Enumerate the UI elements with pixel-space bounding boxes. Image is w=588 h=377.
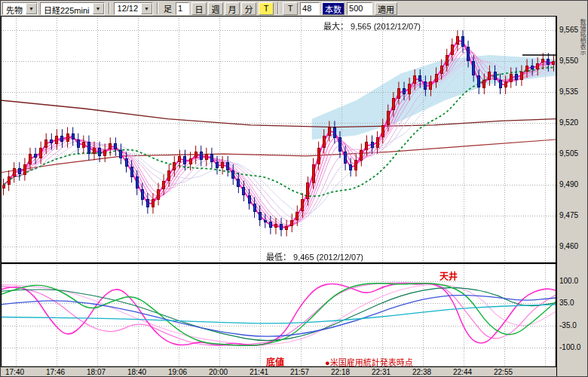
oscillator-tick-label: -35.0 <box>559 321 577 329</box>
time-label: 22:44 <box>453 368 472 376</box>
bottom-annotation: 底値 <box>266 355 284 368</box>
symbol-select[interactable]: 日経225mini ▼ <box>40 2 105 15</box>
price-axis: 9,5659,5509,5359,5209,5059,4909,4759,460… <box>556 16 588 377</box>
indicator-panel-canvas[interactable] <box>1 263 556 367</box>
market-select[interactable]: 先物 ▼ <box>2 2 38 15</box>
price-tick-label: 9,535 <box>559 87 578 96</box>
toolbar-separator <box>277 2 279 14</box>
timeframe-unit-button-2[interactable]: 月 <box>225 2 240 15</box>
apply-button[interactable]: 適用 <box>375 2 397 15</box>
toolbar-separator <box>157 2 158 14</box>
event-annotation: ●米国雇用統計発表時点 <box>325 356 413 368</box>
price-tick-label: 9,565 <box>559 26 578 34</box>
time-label: 22:31 <box>372 368 390 376</box>
oscillator-tick-label: 100.0 <box>559 277 578 285</box>
timeframe-label: 足 <box>162 2 173 14</box>
chevron-down-icon[interactable]: ▼ <box>141 3 152 14</box>
price-tick-label: 9,460 <box>559 242 578 250</box>
time-label: 19:06 <box>168 368 187 376</box>
time-axis: 17:4017:4618:0718:4019:0620:0021:4121:57… <box>1 367 556 377</box>
min-price-annotation: 最低： 9,465 (2012/12/07) <box>266 250 363 262</box>
ceiling-annotation: 天井 <box>439 269 458 282</box>
oscillator-tick-label: -100.0 <box>559 343 580 351</box>
time-label: 17:40 <box>5 368 24 376</box>
tick-mode-button[interactable]: T <box>259 2 274 15</box>
bar-count-button[interactable]: 本数 <box>322 2 345 15</box>
price-tick-label: 9,505 <box>559 149 578 158</box>
count-input[interactable] <box>347 2 372 15</box>
contract-select[interactable]: 12/12 ▼ <box>114 2 154 15</box>
chevron-down-icon[interactable]: ▼ <box>26 3 37 14</box>
right-edge-vertical-tab[interactable]: 数値銘柄表示 <box>578 19 586 55</box>
t-button[interactable]: T <box>283 2 298 15</box>
time-label: 22:38 <box>412 368 431 376</box>
toolbar: 先物 ▼ 日経225mini ▼ 12/12 ▼ 足 日週月分 T T 本数 適… <box>1 1 588 16</box>
main-price-chart-canvas[interactable] <box>1 16 556 263</box>
time-label: 17:46 <box>46 368 65 376</box>
time-label: 21:41 <box>250 368 268 376</box>
timeframe-unit-button-1[interactable]: 週 <box>208 2 223 15</box>
time-label: 20:00 <box>209 368 228 376</box>
interval-input[interactable] <box>176 2 189 15</box>
contract-select-value: 12/12 <box>115 3 142 14</box>
bars-input[interactable] <box>300 2 320 15</box>
price-tick-label: 9,550 <box>559 57 578 65</box>
market-select-value: 先物 <box>3 3 26 14</box>
price-tick-label: 9,520 <box>559 118 578 127</box>
symbol-select-value: 日経225mini <box>41 3 93 14</box>
timeframe-unit-button-3[interactable]: 分 <box>241 2 256 15</box>
time-label: 18:40 <box>127 368 146 376</box>
time-label: 22:18 <box>331 368 350 376</box>
time-label: 22:55 <box>494 368 513 376</box>
timeframe-unit-buttons: 日週月分 <box>191 2 256 15</box>
oscillator-tick-label: 35.0 <box>559 299 574 307</box>
time-label: 21:57 <box>290 368 309 376</box>
price-tick-label: 9,475 <box>559 211 578 219</box>
time-label: 18:07 <box>87 368 106 376</box>
timeframe-unit-button-0[interactable]: 日 <box>191 2 207 15</box>
toolbar-separator <box>109 2 110 14</box>
chart-application-window: 先物 ▼ 日経225mini ▼ 12/12 ▼ 足 日週月分 T T 本数 適… <box>0 0 588 377</box>
price-tick-label: 9,490 <box>559 180 578 188</box>
chevron-down-icon[interactable]: ▼ <box>93 3 104 14</box>
max-price-annotation: 最大： 9,565 (2012/12/07) <box>323 20 421 32</box>
